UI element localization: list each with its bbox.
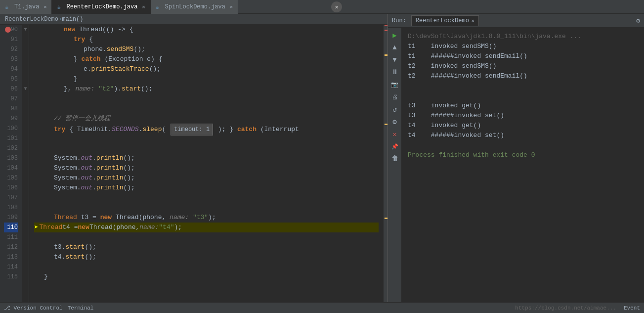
ln-104: 104	[4, 163, 18, 173]
version-control-label[interactable]: ⎇ Version Control	[4, 305, 63, 311]
ln-108: 108	[4, 203, 18, 213]
print-button[interactable]: 🖨	[389, 91, 400, 102]
settings-button2[interactable]: ⚙	[389, 116, 400, 127]
ln-101: 101	[4, 134, 18, 143]
tab-spinlockdemo-close[interactable]: ✕	[230, 4, 233, 10]
breadcrumb-separator: ›	[58, 16, 62, 23]
tab-spinlockdemo[interactable]: ☕ SpinLockDemo.java ✕	[151, 0, 238, 14]
fold-106	[22, 183, 29, 193]
scrollbar-mark-warning2	[385, 124, 387, 125]
run-output[interactable]: D:\devSoft\Java\jdk1.8.0_111\bin\java.ex…	[402, 28, 644, 302]
tab-t1java-close[interactable]: ✕	[43, 4, 46, 10]
trash-button[interactable]: 🗑	[389, 153, 400, 164]
fold-97	[22, 94, 29, 104]
code-line-93: } catch (Exception e) {	[34, 54, 379, 64]
scroll-down-button[interactable]: ▼	[389, 54, 400, 65]
code-area: 90 91 92 93 94 95 96 97 98 99 100 101 10…	[0, 25, 387, 302]
line-numbers: 90 91 92 93 94 95 96 97 98 99 100 101 10…	[0, 25, 22, 302]
fold-105	[22, 173, 29, 183]
code-line-102	[34, 143, 379, 153]
ln-113: 113	[4, 252, 18, 262]
run-tab-close[interactable]: ✕	[472, 18, 474, 24]
ln-98: 98	[4, 104, 18, 114]
tab-reenterlockdemo-label: ReenterLockDemo.java	[66, 3, 137, 10]
fold-94	[22, 64, 29, 74]
breadcrumb: ReenterLockDemo › main()	[0, 14, 387, 25]
run-tab-reenterlockdemo[interactable]: ReenterLockDemo ✕	[411, 15, 479, 26]
run-output-line-0: D:\devSoft\Java\jdk1.8.0_111\bin\java.ex…	[408, 32, 638, 42]
fold-98	[22, 104, 29, 114]
fold-gutter: ▼ ▼	[22, 25, 29, 302]
fold-108	[22, 203, 29, 213]
code-editor: ReenterLockDemo › main() 90 91 92 93 94 …	[0, 14, 388, 302]
breakpoint-90[interactable]	[5, 27, 11, 33]
code-line-99: // 暂停一会儿线程	[34, 114, 379, 124]
rerun-button[interactable]: ↺	[389, 104, 400, 115]
fold-99	[22, 114, 29, 124]
run-output-line-3: t2 invoked sendSMS()	[408, 61, 638, 71]
fold-95	[22, 74, 29, 84]
bottom-bar-right: https://blog.csdn.net/aimaae... Event	[515, 305, 640, 311]
breadcrumb-method: main()	[62, 16, 83, 23]
fold-90[interactable]: ▼	[22, 25, 29, 35]
breadcrumb-file: ReenterLockDemo	[5, 16, 58, 23]
code-line-104: System.out.println();	[34, 163, 379, 173]
pin-button[interactable]: 📌	[389, 141, 400, 152]
ln-115: 115	[4, 272, 18, 282]
ln-102: 102	[4, 143, 18, 153]
ln-106: 106	[4, 183, 18, 193]
ln-107: 107	[4, 193, 18, 203]
run-button[interactable]: ▶	[389, 30, 400, 41]
ln-95: 95	[4, 74, 18, 84]
ln-103: 103	[4, 153, 18, 163]
run-output-line-9: t4 invoked get()	[408, 121, 638, 131]
code-line-95: }	[34, 74, 379, 84]
code-line-96: }, name: "t2").start();	[34, 84, 379, 94]
code-line-112: t3.start();	[34, 242, 379, 252]
tab-reenterlockdemo-close[interactable]: ✕	[142, 4, 145, 10]
run-output-line-7: t3 invoked get()	[408, 101, 638, 111]
main-layout: ReenterLockDemo › main() 90 91 92 93 94 …	[0, 14, 644, 302]
fold-96[interactable]: ▼	[22, 84, 29, 94]
fold-109	[22, 213, 29, 223]
fold-107	[22, 193, 29, 203]
pause-button[interactable]: ⏸	[389, 67, 400, 78]
scrollbar-mark-current	[385, 218, 387, 219]
ln-99: 99	[4, 114, 18, 124]
ln-105: 105	[4, 173, 18, 183]
tab-t1java[interactable]: ☕ T1.java ✕	[0, 0, 52, 14]
event-label[interactable]: Event	[624, 305, 640, 311]
scroll-up-button[interactable]: ▲	[389, 42, 400, 53]
run-tab-bar: Run: ReenterLockDemo ✕ ⚙	[388, 14, 644, 28]
fold-103	[22, 153, 29, 163]
code-line-97	[34, 94, 379, 104]
run-output-line-5	[408, 81, 638, 91]
floating-close-button[interactable]: ✕	[331, 1, 342, 12]
fold-104	[22, 163, 29, 173]
tab-reenterlockdemo[interactable]: ☕ ReenterLockDemo.java ✕	[52, 0, 150, 14]
blog-link: https://blog.csdn.net/aimaae...	[515, 305, 616, 311]
terminal-label[interactable]: Terminal	[68, 305, 94, 311]
fold-114	[22, 262, 29, 272]
code-line-105: System.out.println();	[34, 173, 379, 183]
run-output-line-10: t4 ######invoked set()	[408, 131, 638, 140]
fold-92	[22, 45, 29, 54]
code-line-110: ➤ Thread t4 = new Thread(phone, name: "t…	[34, 223, 379, 232]
code-line-100: try { TimeUnit.SECONDS.sleep( timeout: 1…	[34, 124, 379, 134]
code-scrollbar[interactable]	[384, 25, 387, 302]
ln-96: 96	[4, 84, 18, 94]
ln-90: 90	[4, 25, 18, 35]
run-output-line-4: t2 ######invoked sendEmail()	[408, 71, 638, 81]
code-lines-area[interactable]: new Thread(() -> { try { phone.sendSMS()…	[29, 25, 384, 302]
fold-112	[22, 242, 29, 252]
ln-110: 110	[4, 223, 18, 232]
stop-button[interactable]: ✕	[389, 129, 400, 139]
fold-101	[22, 134, 29, 143]
run-settings-icon[interactable]: ⚙	[636, 17, 640, 25]
camera-button[interactable]: 📷	[389, 79, 400, 90]
run-output-line-11	[408, 140, 638, 150]
run-output-line-8: t3 ######invoked set()	[408, 111, 638, 121]
code-line-111	[34, 232, 379, 242]
ln-92: 92	[4, 45, 18, 54]
fold-111	[22, 232, 29, 242]
